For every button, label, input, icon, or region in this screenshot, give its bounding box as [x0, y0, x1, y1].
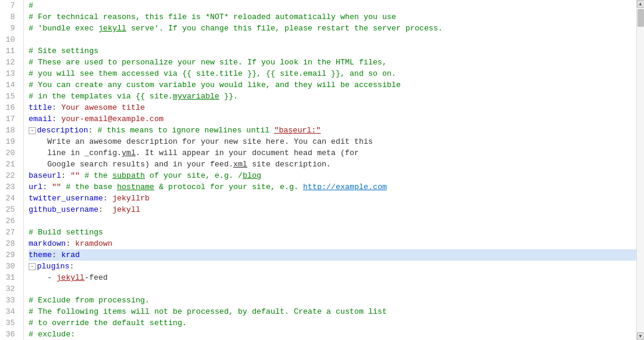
- code-line: # You can create any custom variable you…: [29, 79, 644, 91]
- line-number: 24: [5, 193, 18, 204]
- code-line: # These are used to personalize your new…: [29, 57, 644, 68]
- collapse-icon[interactable]: -: [29, 127, 36, 134]
- code-token: :: [66, 238, 75, 249]
- code-token: blog: [243, 170, 261, 181]
- code-line: email: your-email@example.com: [29, 113, 644, 125]
- code-line: Google search results) and in your feed.…: [29, 159, 644, 170]
- code-token: # These are used to personalize your new…: [29, 57, 387, 68]
- code-token: yml: [122, 147, 135, 159]
- code-token: myvariable: [173, 91, 219, 102]
- code-token: # the: [80, 170, 113, 181]
- code-token: github_username: [29, 204, 98, 215]
- line-number: 17: [5, 113, 18, 125]
- code-token: # 'bundle exec: [29, 23, 98, 34]
- collapse-icon[interactable]: -: [29, 263, 36, 270]
- code-token: Write an awesome description for your ne…: [29, 136, 373, 147]
- code-token: # you will see them accessed via {{ site…: [29, 68, 396, 79]
- line-number: 15: [5, 91, 18, 102]
- code-token: http://example.com: [303, 181, 386, 193]
- code-token: # Exclude from processing.: [29, 295, 150, 306]
- code-line: # The following items will not be proces…: [29, 306, 644, 317]
- code-token: # The following items will not be proces…: [29, 306, 387, 317]
- code-token: # You can create any custom variable you…: [29, 79, 401, 91]
- code-token: twitter_username: [29, 193, 103, 204]
- line-number: 25: [5, 204, 18, 215]
- code-token: theme: [29, 249, 52, 261]
- code-token: -feed: [85, 272, 108, 283]
- code-token: plugins: [37, 261, 70, 272]
- code-token: -: [29, 272, 57, 283]
- line-number: 10: [5, 34, 18, 45]
- code-token: Your awesome title: [61, 102, 145, 113]
- code-token: site description.: [247, 159, 331, 170]
- code-token: jekyllrb: [112, 193, 149, 204]
- line-number: 7: [5, 0, 18, 11]
- code-line: #: [29, 0, 644, 11]
- code-token: & protocol for your site, e.g.: [154, 181, 304, 193]
- code-token: title: [29, 102, 52, 113]
- code-line: url: "" # the base hostname & protocol f…: [29, 181, 644, 193]
- code-token: :: [52, 249, 61, 261]
- line-number: 33: [5, 295, 18, 306]
- code-token: email: [29, 113, 52, 125]
- code-token: jekyll: [98, 23, 126, 34]
- code-token: "baseurl:": [274, 125, 321, 136]
- line-number: 32: [5, 283, 18, 295]
- code-line: title: Your awesome title: [29, 102, 644, 113]
- code-token: serve'. If you change this file, please …: [126, 23, 443, 34]
- code-line: [29, 34, 644, 45]
- line-number: 14: [5, 79, 18, 91]
- code-line: line in _config.yml. It will appear in y…: [29, 147, 644, 159]
- line-number: 23: [5, 181, 18, 193]
- code-line: # 'bundle exec jekyll serve'. If you cha…: [29, 23, 644, 34]
- code-line: # to override the default setting.: [29, 317, 644, 329]
- line-number: 36: [5, 329, 18, 340]
- code-token: "": [70, 170, 80, 181]
- line-number: 34: [5, 306, 18, 317]
- code-token: # the base: [61, 181, 117, 193]
- code-token: :: [103, 193, 113, 204]
- code-line: github_username: jekyll: [29, 204, 644, 215]
- scrollbar-thumb[interactable]: [637, 9, 644, 27]
- code-token: # For technical reasons, this file is *N…: [29, 11, 396, 23]
- code-line: [29, 283, 644, 295]
- line-number: 11: [5, 45, 18, 57]
- line-number: 19: [5, 136, 18, 147]
- code-line: - jekyll-feed: [29, 272, 644, 283]
- code-line: baseurl: "" # the subpath of your site, …: [29, 170, 644, 181]
- code-line: theme: krad: [29, 249, 644, 261]
- code-token: :: [52, 102, 61, 113]
- line-number: 18: [5, 125, 18, 136]
- code-line: -plugins:: [29, 261, 644, 272]
- code-token: your-email@example.com: [61, 113, 164, 125]
- line-number: 21: [5, 159, 18, 170]
- scrollbar-track[interactable]: [637, 8, 645, 332]
- code-token: # in the templates via {{ site.: [29, 91, 173, 102]
- line-number: 8: [5, 11, 18, 23]
- code-token: :: [42, 181, 52, 193]
- scrollbar-vertical[interactable]: ▲ ▼: [636, 0, 644, 340]
- line-number: 28: [5, 238, 18, 249]
- scrollbar-up-button[interactable]: ▲: [637, 0, 645, 8]
- line-number: 31: [5, 272, 18, 283]
- line-number: 12: [5, 57, 18, 68]
- code-token: subpath: [112, 170, 145, 181]
- code-line: # Build settings: [29, 227, 644, 238]
- code-token: jekyll: [57, 272, 85, 283]
- code-token: :: [70, 261, 75, 272]
- line-number: 26: [5, 215, 18, 227]
- line-number: 20: [5, 147, 18, 159]
- scrollbar-down-button[interactable]: ▼: [637, 332, 645, 340]
- code-token: # Site settings: [29, 45, 98, 57]
- code-token: line in _config.: [29, 147, 122, 159]
- code-token: jekyll: [112, 204, 140, 215]
- code-token: xml: [233, 159, 247, 170]
- line-number: 29: [5, 249, 18, 261]
- code-content[interactable]: ## For technical reasons, this file is *…: [24, 0, 644, 340]
- editor-body: 7891011121314151617181920212223242526272…: [0, 0, 644, 340]
- code-token: baseurl: [29, 170, 61, 181]
- code-line: # Site settings: [29, 45, 644, 57]
- line-number: 13: [5, 68, 18, 79]
- code-line: Write an awesome description for your ne…: [29, 136, 644, 147]
- code-token: . It will appear in your document head m…: [135, 147, 358, 159]
